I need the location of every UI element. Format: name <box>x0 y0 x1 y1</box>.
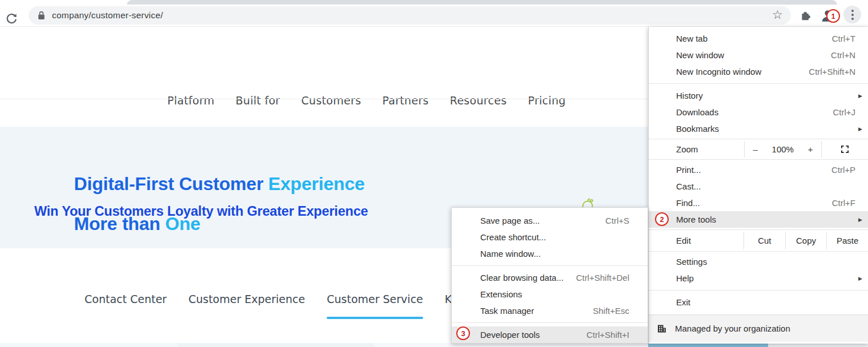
nav-item-pricing[interactable]: Pricing <box>528 94 565 107</box>
bottom-band-segment <box>0 343 177 347</box>
menu-label: Name window... <box>480 249 629 259</box>
bottom-band-segment <box>374 343 648 347</box>
menu-shortcut: Ctrl+Shift+Del <box>576 273 629 283</box>
zoom-controls: – 100% + <box>744 141 821 158</box>
step-badge-3: 3 <box>456 326 470 340</box>
menu-label: New window <box>676 50 831 60</box>
menu-item-save-page-as[interactable]: Save page as... Ctrl+S <box>452 212 648 229</box>
reload-icon[interactable] <box>5 11 18 25</box>
nav-item-customers[interactable]: Customers <box>301 94 361 107</box>
menu-item-more-tools[interactable]: More tools ▶ <box>649 211 868 228</box>
menu-label: Clear browsing data... <box>480 273 576 283</box>
menu-shortcut: Ctrl+J <box>833 107 855 117</box>
menu-item-name-window[interactable]: Name window... <box>452 245 648 262</box>
menu-shortcut: Ctrl+F <box>832 198 855 208</box>
bottom-band-segment <box>177 343 374 347</box>
menu-label: Find... <box>676 198 832 208</box>
menu-separator <box>452 322 648 323</box>
menu-label: Task manager <box>480 306 593 316</box>
chrome-menu: New tab Ctrl+T New window Ctrl+N New Inc… <box>648 27 868 344</box>
bookmark-star-icon[interactable]: ☆ <box>772 7 783 22</box>
menu-item-settings[interactable]: Settings <box>649 253 868 270</box>
lock-icon <box>38 11 45 20</box>
menu-item-cast[interactable]: Cast... <box>649 178 868 195</box>
menu-item-extensions[interactable]: Extensions <box>452 286 648 302</box>
browser-toolbar: company/customer-service/ ☆ <box>0 5 868 27</box>
menu-item-history[interactable]: History ▶ <box>649 87 868 104</box>
menu-label: Print... <box>676 165 831 175</box>
edit-cut-button[interactable]: Cut <box>744 232 785 249</box>
site-main-nav: Platform Built for Customers Partners Re… <box>167 94 566 107</box>
zoom-level-value: 100% <box>772 144 794 154</box>
tab-customer-experience[interactable]: Customer Experience <box>188 293 305 312</box>
menu-item-new-window[interactable]: New window Ctrl+N <box>649 47 868 63</box>
menu-label: Extensions <box>480 289 629 299</box>
hero-heading-part: Digital-First Customer <box>74 174 268 194</box>
step-badge-2: 2 <box>655 212 669 226</box>
menu-item-help[interactable]: Help ▶ <box>649 270 868 287</box>
more-tools-submenu: Save page as... Ctrl+S Create shortcut..… <box>451 207 648 344</box>
menu-separator <box>452 265 648 266</box>
menu-item-managed-by-organization[interactable]: Managed by your organization <box>649 314 868 342</box>
menu-label: Managed by your organization <box>675 324 790 333</box>
menu-item-exit[interactable]: Exit <box>649 294 868 310</box>
url-text[interactable]: company/customer-service/ <box>52 10 163 21</box>
menu-item-print[interactable]: Print... Ctrl+P <box>649 162 868 178</box>
submenu-arrow-icon: ▶ <box>858 93 862 99</box>
url-bar[interactable]: company/customer-service/ <box>29 6 791 25</box>
nav-item-partners[interactable]: Partners <box>382 94 428 107</box>
edit-paste-button[interactable]: Paste <box>826 232 868 249</box>
menu-item-create-shortcut[interactable]: Create shortcut... <box>452 229 648 245</box>
menu-item-new-tab[interactable]: New tab Ctrl+T <box>649 30 868 47</box>
submenu-arrow-icon: ▶ <box>858 217 862 223</box>
menu-label: Bookmarks <box>676 124 854 134</box>
zoom-in-button[interactable]: + <box>806 144 815 154</box>
menu-separator <box>649 159 868 160</box>
menu-label: History <box>676 91 854 100</box>
extensions-puzzle-icon[interactable] <box>799 10 812 22</box>
menu-item-clear-browsing-data[interactable]: Clear browsing data... Ctrl+Shift+Del <box>452 269 648 286</box>
menu-item-new-incognito-window[interactable]: New Incognito window Ctrl+Shift+N <box>649 63 868 80</box>
menu-separator <box>649 251 868 252</box>
menu-item-find[interactable]: Find... Ctrl+F <box>649 195 868 211</box>
hero-heading-part: Experience <box>268 174 365 194</box>
hero-subtitle: Win Your Customers Loyalty with Greater … <box>34 204 368 219</box>
zoom-out-button[interactable]: – <box>750 144 760 154</box>
menu-label: Settings <box>676 257 855 267</box>
edit-copy-button[interactable]: Copy <box>785 232 827 249</box>
page-tabs: Contact Center Customer Experience Custo… <box>85 293 465 312</box>
tab-contact-center[interactable]: Contact Center <box>85 293 167 312</box>
menu-label: New tab <box>676 34 832 43</box>
menu-label: Save page as... <box>480 216 605 225</box>
menu-shortcut: Ctrl+S <box>605 216 629 225</box>
menu-item-developer-tools[interactable]: Developer tools Ctrl+Shift+I <box>452 326 648 343</box>
menu-separator <box>649 139 868 139</box>
submenu-arrow-icon: ▶ <box>858 276 862 281</box>
menu-separator <box>649 83 868 84</box>
menu-label: Cast... <box>676 181 855 191</box>
tab-customer-service[interactable]: Customer Service <box>327 293 423 312</box>
fullscreen-button[interactable] <box>821 141 868 158</box>
menu-shortcut: Ctrl+Shift+N <box>809 67 855 76</box>
menu-item-bookmarks[interactable]: Bookmarks ▶ <box>649 120 868 137</box>
menu-shortcut: Ctrl+Shift+I <box>586 330 629 340</box>
organization-building-icon <box>657 324 667 334</box>
menu-separator <box>649 229 868 230</box>
fullscreen-icon <box>841 145 849 154</box>
nav-item-resources[interactable]: Resources <box>450 94 507 107</box>
browser-menu-button[interactable] <box>843 6 861 23</box>
menu-shortcut: Shift+Esc <box>593 306 629 316</box>
menu-separator <box>649 290 868 290</box>
menu-label: Downloads <box>676 107 833 117</box>
menu-item-downloads[interactable]: Downloads Ctrl+J <box>649 104 868 120</box>
menu-item-edit-row: Edit Cut Copy Paste <box>649 232 868 249</box>
three-dot-icon <box>851 10 854 20</box>
menu-label: New Incognito window <box>676 67 809 76</box>
screenshot-root: Platform Built for Customers Partners Re… <box>0 0 868 347</box>
nav-item-platform[interactable]: Platform <box>167 94 215 107</box>
menu-label: Help <box>676 273 854 283</box>
menu-item-task-manager[interactable]: Task manager Shift+Esc <box>452 302 648 319</box>
nav-item-built-for[interactable]: Built for <box>236 94 280 107</box>
bottom-band-segment <box>648 343 768 347</box>
step-badge-1: 1 <box>826 9 840 23</box>
